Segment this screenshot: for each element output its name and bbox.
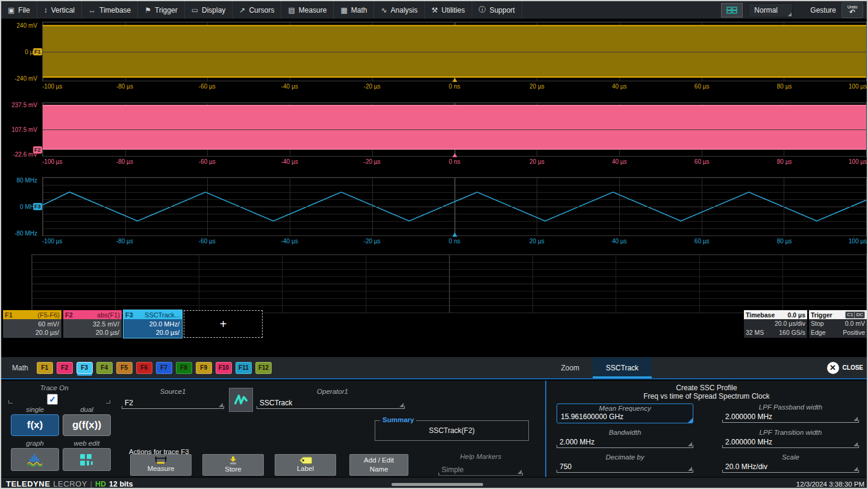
trace-descriptor-f1[interactable]: F1(F5-F6) 60 mV/20.0 µs/ [3, 310, 61, 338]
x-axis-tick: -100 µs [42, 83, 63, 90]
status-bar: TELEDYNE LECROY | HD 12 bits 12/3/2024 3… [1, 477, 868, 489]
store-label: Store [225, 466, 242, 473]
tab-f7[interactable]: F7 [156, 362, 172, 374]
datetime-label: 12/3/2024 3:38:30 PM [796, 481, 864, 488]
graph-plot-f1[interactable] [42, 22, 867, 81]
field-dropdown[interactable]: 2.000000 MHz [722, 412, 859, 423]
tab-f11[interactable]: F11 [236, 362, 252, 374]
field-dropdown[interactable]: 2.000000 MHz [722, 437, 859, 448]
trace-descriptor-f3[interactable]: F3SSCTrack... 20.0 MHz/20.0 µs/ [123, 310, 182, 338]
tab-f12[interactable]: F12 [255, 362, 272, 374]
add-trace-button[interactable]: + [184, 310, 263, 338]
trace-on-checkbox[interactable]: ✓ [47, 394, 58, 405]
x-axis-tick: 20 µs [529, 158, 545, 165]
field-label: Decimate by [557, 453, 693, 461]
gesture-label: Gesture [810, 6, 836, 14]
menu-item-display[interactable]: ▭Display [185, 1, 233, 19]
math-icon: ▦ [340, 6, 347, 14]
operator1-value: SSCTrack [260, 399, 292, 407]
tab-f9[interactable]: F9 [196, 362, 212, 374]
x-axis-tick: -20 µs [364, 158, 381, 165]
single-fx-button[interactable]: f(x) [11, 414, 59, 436]
x-axis-tick: -60 µs [199, 238, 216, 244]
trigger-source: C1 [846, 312, 854, 318]
trigger-box[interactable]: Trigger C1DC Stop0.0 mV EdgePositive [809, 310, 867, 338]
f2-y-axis-label: -22.6 mV [1, 151, 37, 158]
tab-f5[interactable]: F5 [116, 362, 133, 374]
tab-f10[interactable]: F10 [216, 362, 232, 374]
menu-item-cursors[interactable]: ↗Cursors [233, 1, 281, 19]
operator1-dropdown[interactable]: SSCTrack [257, 398, 405, 409]
summary-value: SSCTrack(F2) [375, 421, 528, 440]
dual-gfx-button[interactable]: g(f(x)) [63, 414, 111, 436]
field-dropdown[interactable]: 20.0 MHz/div [722, 462, 859, 473]
graph-plot-f2[interactable] [42, 102, 867, 157]
f3-x-axis-labels: -100 µs-80 µs-60 µs-40 µs-20 µs0 ns20 µs… [42, 238, 867, 246]
menu-item-math[interactable]: ▦Math [334, 1, 374, 19]
trigger-coupling: DC [854, 312, 864, 318]
field-bandwidth: Bandwidth2.000 MHz [557, 429, 693, 448]
source1-label: Source1 [122, 388, 224, 395]
f3-trace-badge[interactable]: F3 [33, 203, 42, 210]
field-dropdown[interactable]: 2.000 MHz [557, 437, 693, 448]
menu-item-trigger[interactable]: ⚑Trigger [138, 1, 184, 19]
field-value: 2.000000 MHz [725, 413, 772, 421]
x-axis-tick: 100 µs [849, 158, 867, 165]
tab-f1[interactable]: F1 [37, 362, 53, 374]
menu-item-file[interactable]: ▣File [1, 1, 37, 19]
add-edit-line2: Name [370, 466, 389, 473]
x-axis-tick: -20 µs [364, 83, 381, 90]
menu-item-timebase[interactable]: ↔Timebase [82, 1, 138, 19]
x-axis-tick: 80 µs [777, 238, 792, 244]
close-button[interactable]: ✕ CLOSE [827, 362, 868, 374]
display-mode-dropdown[interactable]: Normal [748, 3, 793, 17]
menu-item-vertical[interactable]: ↕Vertical [37, 1, 82, 19]
trace-descriptor-f2[interactable]: F2abs(F1) 32.5 mV/20.0 µs/ [63, 310, 122, 338]
f1-trace-badge[interactable]: F1 [33, 48, 42, 55]
trigger-level: 0.0 mV [845, 319, 865, 328]
menu-item-analysis[interactable]: ∿Analysis [374, 1, 425, 19]
tab-f4[interactable]: F4 [96, 362, 113, 374]
waveform-display-area: 240 mV0 µV-240 mVF1-100 µs-80 µs-60 µs-4… [1, 19, 868, 327]
grid-icon [726, 7, 737, 14]
grid-display-button[interactable] [721, 3, 743, 17]
field-value: 2.000000 MHz [725, 438, 772, 446]
timebase-box[interactable]: Timebase0.0 µs 20.0 µs/div 32 MS160 GS/s [744, 310, 807, 338]
f2-trace-badge[interactable]: F2 [33, 146, 42, 154]
timebase-samples: 32 MS [746, 328, 764, 337]
graph-mode-button[interactable] [11, 448, 59, 471]
web-edit-button[interactable] [63, 448, 111, 471]
measure-button[interactable]: Measure [130, 454, 192, 476]
help-markers-dropdown[interactable]: Simple [439, 465, 523, 476]
label-label: Label [297, 465, 314, 473]
trace-hscale: 20.0 µs/ [5, 328, 59, 337]
add-edit-name-button[interactable]: Add / Edit Name [349, 454, 408, 476]
tab-f3[interactable]: F3 [76, 362, 93, 374]
tab-f8[interactable]: F8 [176, 362, 192, 374]
x-axis-tick: 80 µs [777, 158, 792, 165]
support-icon: ⓘ [479, 5, 486, 15]
trigger-type: Edge [811, 328, 826, 337]
undo-button[interactable]: Undo ↶ [841, 2, 863, 18]
tab-f2[interactable]: F2 [57, 362, 73, 374]
graph-plot-f3[interactable] [42, 177, 867, 236]
x-axis-tick: -80 µs [116, 158, 133, 165]
menu-item-label: Support [490, 6, 515, 14]
menu-item-support[interactable]: ⓘSupport [472, 1, 522, 19]
store-button[interactable]: Store [202, 454, 264, 476]
tab-ssctrack[interactable]: SSCTrack [593, 357, 652, 378]
field-mean-frequency[interactable]: Mean Frequency15.961600000 GHz [557, 403, 693, 423]
x-axis-tick: -80 µs [116, 238, 133, 244]
menu-item-measure[interactable]: ▤Measure [281, 1, 334, 19]
x-axis-tick: -40 µs [281, 238, 298, 244]
trace-id: F2 [65, 311, 73, 319]
source1-dropdown[interactable]: F2 [122, 398, 224, 409]
scroll-thumb[interactable] [392, 483, 483, 486]
trigger-position-marker [452, 232, 457, 237]
label-button[interactable]: Label [275, 454, 336, 476]
dropdown-corner-icon [219, 403, 223, 407]
menu-item-utilities[interactable]: ⚒Utilities [425, 1, 472, 19]
field-dropdown[interactable]: 750 [557, 462, 693, 473]
tab-f6[interactable]: F6 [136, 362, 152, 374]
tab-zoom[interactable]: Zoom [548, 357, 593, 378]
